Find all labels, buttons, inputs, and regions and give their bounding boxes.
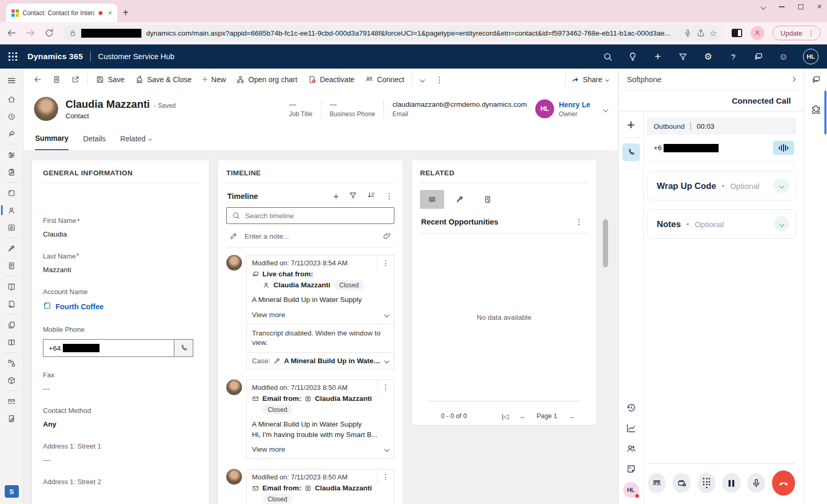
related-tab-opportunities-icon[interactable] bbox=[420, 190, 444, 209]
sitemap-toggle-hamburger-icon[interactable] bbox=[0, 71, 23, 91]
browser-profile-avatar[interactable] bbox=[751, 26, 764, 40]
account-link-text[interactable]: Fourth Coffee bbox=[56, 303, 104, 311]
record-call-button[interactable] bbox=[672, 473, 690, 493]
side-panel-icon[interactable] bbox=[732, 29, 742, 37]
bookmark-star-icon[interactable]: ☆ bbox=[710, 28, 717, 38]
save-and-close-button[interactable]: Save & Close bbox=[130, 72, 196, 87]
email-field[interactable]: claudiamazzanti@crmdemo.dynamics.com Ema… bbox=[392, 100, 527, 118]
entry-subject[interactable]: A Mineral Build Up in Water Supply bbox=[252, 295, 389, 305]
settings-gear-icon[interactable]: ⚙ bbox=[699, 52, 717, 61]
previous-page-icon[interactable]: ← bbox=[519, 412, 526, 420]
entry-more-icon[interactable]: ⋮ bbox=[377, 469, 394, 484]
expand-wrapup-chevron[interactable] bbox=[774, 178, 789, 194]
contact-photo-avatar[interactable] bbox=[34, 97, 58, 121]
quick-create-plus-icon[interactable]: + bbox=[649, 50, 667, 63]
mobile-phone-field[interactable]: Mobile Phone +64 bbox=[43, 326, 198, 357]
new-tab-button[interactable]: + bbox=[123, 7, 129, 19]
last-name-field[interactable]: Last Name* Mazzanti bbox=[43, 252, 198, 274]
related-section-more-icon[interactable]: ⋮ bbox=[571, 217, 587, 227]
address-street2-field[interactable]: Address 1: Street 2 bbox=[43, 478, 198, 486]
address-bar[interactable]: dynamics.com/main.aspx?appid=6685b74b-fc… bbox=[63, 25, 723, 41]
browser-update-button[interactable]: Update ⋮ bbox=[773, 26, 821, 40]
filter-icon[interactable] bbox=[674, 52, 692, 61]
app-switcher-s-button[interactable]: S bbox=[5, 485, 19, 498]
next-page-icon[interactable]: → bbox=[568, 412, 575, 420]
browser-tab[interactable]: Contact: Contact for Interact × bbox=[6, 4, 117, 22]
fax-field[interactable]: Fax --- bbox=[43, 371, 198, 393]
entry-more-icon[interactable]: ⋮ bbox=[377, 380, 394, 394]
sidebar-knowledge-articles-icon[interactable] bbox=[0, 278, 23, 295]
entry-subject[interactable]: A Mineral Build Up in Water Supply bbox=[252, 419, 389, 430]
sidebar-flows-icon[interactable] bbox=[0, 354, 23, 372]
reload-button[interactable] bbox=[44, 28, 54, 38]
save-button[interactable]: Save bbox=[91, 72, 129, 87]
notes-sticky-icon[interactable] bbox=[626, 458, 636, 479]
entry-card[interactable]: Modified on: 7/11/2023 8:54 AM ⋮ Live ch… bbox=[246, 255, 394, 369]
last-name-value[interactable]: Mazzanti bbox=[43, 266, 198, 274]
entry-contact[interactable]: Claudia Mazzanti bbox=[315, 395, 372, 402]
transfer-call-button[interactable] bbox=[648, 473, 666, 493]
sidebar-mail-merge-icon[interactable] bbox=[0, 393, 23, 410]
view-more-label[interactable]: View more bbox=[252, 445, 285, 453]
popout-icon[interactable] bbox=[67, 72, 84, 87]
page-back-button[interactable] bbox=[29, 72, 47, 87]
sidebar-queues-icon[interactable] bbox=[0, 257, 23, 274]
tab-summary[interactable]: Summary bbox=[35, 127, 69, 150]
browser-menu-icon[interactable]: ⋮ bbox=[808, 29, 815, 37]
user-avatar[interactable]: HL bbox=[803, 49, 819, 64]
expand-notes-chevron[interactable] bbox=[774, 216, 789, 232]
smiley-icon[interactable]: ☺ bbox=[775, 52, 792, 61]
forward-button[interactable] bbox=[25, 28, 36, 38]
timeline-filter-icon[interactable] bbox=[349, 191, 357, 201]
content-scrollbar-thumb[interactable] bbox=[603, 219, 608, 267]
sidebar-cases-icon[interactable] bbox=[0, 240, 23, 257]
new-button[interactable]: +New bbox=[197, 72, 231, 87]
case-title[interactable]: A Mineral Build Up in Water S... bbox=[284, 357, 382, 365]
collapse-pane-chevron[interactable] bbox=[791, 77, 796, 82]
contact-method-field[interactable]: Contact Method Any bbox=[43, 407, 198, 428]
sidebar-pinned-icon[interactable] bbox=[0, 125, 23, 142]
overflow-menu-icon[interactable]: ⋮ bbox=[430, 75, 449, 85]
audio-waveform-button[interactable] bbox=[773, 141, 794, 155]
side-pane-scroll-indicator[interactable] bbox=[824, 91, 826, 135]
contacts-people-icon[interactable] bbox=[626, 438, 636, 458]
sidebar-activities-icon[interactable] bbox=[0, 163, 23, 181]
form-selector-icon[interactable] bbox=[48, 72, 65, 87]
sidebar-copy-icon[interactable] bbox=[0, 316, 23, 333]
teams-chat-icon[interactable] bbox=[804, 69, 827, 91]
waffle-icon[interactable] bbox=[8, 52, 17, 61]
paperclip-icon[interactable] bbox=[383, 232, 391, 240]
sidebar-home-icon[interactable] bbox=[0, 91, 23, 108]
timeline-search[interactable] bbox=[226, 207, 394, 224]
sidebar-book-icon[interactable] bbox=[0, 333, 23, 351]
address-street1-value[interactable]: --- bbox=[43, 456, 198, 464]
first-page-icon[interactable]: |◁ bbox=[502, 412, 509, 420]
hold-button[interactable] bbox=[722, 473, 740, 493]
view-more-label[interactable]: View more bbox=[252, 311, 285, 319]
softphone-new-icon[interactable]: + bbox=[627, 118, 635, 131]
contact-method-value[interactable]: Any bbox=[43, 420, 198, 428]
collapse-header-chevron[interactable] bbox=[604, 104, 608, 114]
fax-value[interactable]: --- bbox=[43, 385, 198, 393]
sidebar-dashboards-icon[interactable] bbox=[0, 146, 23, 163]
tab-close-icon[interactable]: × bbox=[107, 9, 113, 17]
owner-field[interactable]: HL Henry Le Owner bbox=[535, 99, 590, 118]
call-history-icon[interactable] bbox=[626, 397, 636, 418]
call-phone-button[interactable] bbox=[174, 340, 193, 356]
back-button[interactable] bbox=[6, 28, 17, 38]
mobile-phone-input[interactable]: +64 bbox=[43, 340, 174, 356]
mic-icon[interactable] bbox=[683, 29, 692, 37]
view-more-row[interactable]: View more bbox=[252, 445, 389, 453]
timeline-note-row[interactable]: Enter a note... bbox=[226, 224, 394, 248]
share-button[interactable]: Share bbox=[565, 72, 614, 87]
entry-card[interactable]: Modified on: 7/11/2023 8:50 AM ⋮ Email f… bbox=[246, 379, 394, 459]
sidebar-knowledge-search-icon[interactable] bbox=[0, 295, 23, 312]
puzzle-addin-icon[interactable] bbox=[811, 104, 821, 117]
tab-related[interactable]: Related bbox=[120, 127, 151, 150]
business-phone-field[interactable]: --- Business Phone bbox=[330, 100, 376, 118]
sidebar-contacts-icon[interactable] bbox=[0, 201, 23, 219]
feedback-chat-icon[interactable] bbox=[749, 52, 767, 61]
entry-contact[interactable]: Claudia Mazzanti bbox=[315, 484, 372, 492]
timeline-search-input[interactable] bbox=[245, 212, 389, 220]
timeline-add-icon[interactable]: + bbox=[333, 192, 339, 201]
